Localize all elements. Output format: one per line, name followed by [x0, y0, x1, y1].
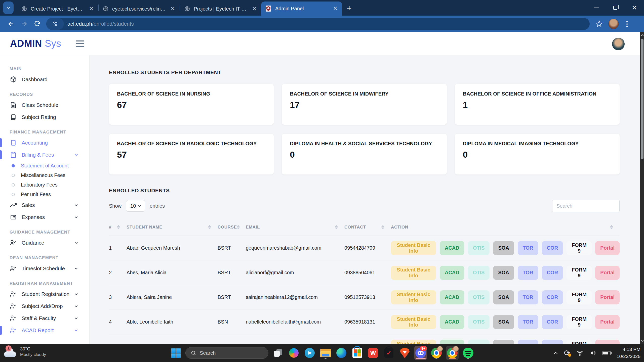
- form9-button[interactable]: FORM 9: [567, 340, 592, 344]
- student-basic-info-button[interactable]: Student Basic Info: [391, 340, 436, 344]
- sidebar-item-dashboard[interactable]: Dashboard: [0, 73, 89, 85]
- browser-menu-button[interactable]: [624, 20, 630, 28]
- sidebar-item-timeslot-schedule[interactable]: Timeslot Schedule: [0, 262, 89, 275]
- acad-button[interactable]: ACAD: [440, 315, 464, 329]
- form9-button[interactable]: FORM 9: [567, 315, 592, 329]
- site-settings-button[interactable]: [46, 18, 64, 30]
- file-explorer-button[interactable]: [319, 346, 332, 360]
- start-button[interactable]: [170, 346, 182, 360]
- acad-button[interactable]: ACAD: [440, 340, 464, 344]
- student-basic-info-button[interactable]: Student Basic Info: [391, 266, 436, 280]
- sidebar-subitem-laboratory-fees[interactable]: Laboratory Fees: [0, 180, 89, 190]
- column-header-num[interactable]: #: [109, 225, 127, 230]
- table-search-input[interactable]: [552, 200, 620, 212]
- page-size-select[interactable]: 10: [126, 200, 145, 212]
- acad-button[interactable]: ACAD: [440, 290, 464, 304]
- portal-button[interactable]: Portal: [595, 241, 620, 255]
- sidebar-subitem-statement-of-account[interactable]: Statement of Account: [0, 161, 89, 170]
- brave-button[interactable]: [398, 346, 411, 360]
- taskbar-search[interactable]: Search: [185, 347, 268, 359]
- sidebar-subitem-per-unit-fees[interactable]: Per unit Fees: [0, 190, 89, 199]
- sidebar-item-subject-rating[interactable]: Subject Rating: [0, 111, 89, 123]
- otis-button[interactable]: OTIS: [468, 290, 490, 304]
- portal-button[interactable]: Portal: [595, 315, 620, 329]
- spotify-button[interactable]: [462, 346, 474, 360]
- password-lock-button[interactable]: ✓: [383, 346, 395, 360]
- otis-button[interactable]: OTIS: [468, 266, 490, 280]
- cor-button[interactable]: COR: [542, 315, 563, 329]
- soa-button[interactable]: SOA: [493, 241, 514, 255]
- close-icon[interactable]: ✕: [332, 5, 339, 12]
- copilot-button[interactable]: [288, 346, 300, 360]
- column-header-action[interactable]: ACTION: [391, 225, 620, 230]
- form9-button[interactable]: FORM 9: [567, 290, 592, 304]
- column-header-name[interactable]: STUDENT NAME: [127, 225, 218, 230]
- wps-office-button[interactable]: W: [367, 346, 379, 360]
- browser-tab-1[interactable]: Create Project - Eyetech Admin ✕: [17, 2, 98, 16]
- column-header-contact[interactable]: CONTACT: [344, 225, 391, 230]
- cor-button[interactable]: COR: [542, 266, 563, 280]
- portal-button[interactable]: Portal: [595, 290, 620, 304]
- scroll-up-button[interactable]: [640, 32, 644, 38]
- telegram-button[interactable]: [303, 346, 316, 360]
- user-avatar[interactable]: [612, 38, 625, 50]
- column-header-email[interactable]: EMAIL: [246, 225, 344, 230]
- forward-button[interactable]: [18, 17, 31, 30]
- edge-button[interactable]: [335, 346, 348, 360]
- sidebar-item-class-schedule[interactable]: Class Schedule: [0, 99, 89, 111]
- close-window-button[interactable]: ✕: [625, 0, 644, 16]
- chrome-profile1-button[interactable]: [430, 346, 443, 360]
- soa-button[interactable]: SOA: [493, 340, 514, 344]
- tor-button[interactable]: TOR: [518, 266, 538, 280]
- otis-button[interactable]: OTIS: [468, 340, 490, 344]
- sidebar-item-billing-fees[interactable]: Billing & Fees: [0, 149, 89, 161]
- update-pending-button[interactable]: ⟳: [564, 349, 570, 357]
- acad-button[interactable]: ACAD: [440, 241, 464, 255]
- acad-button[interactable]: ACAD: [440, 266, 464, 280]
- sidebar-item-expenses[interactable]: Expenses: [0, 211, 89, 223]
- bookmark-star-icon[interactable]: [596, 20, 603, 27]
- cor-button[interactable]: COR: [542, 340, 563, 344]
- portal-button[interactable]: Portal: [595, 266, 620, 280]
- battery-button[interactable]: [602, 351, 611, 355]
- column-header-course[interactable]: COURSE: [218, 225, 246, 230]
- back-button[interactable]: [5, 17, 18, 30]
- tor-button[interactable]: TOR: [518, 290, 538, 304]
- clock-widget[interactable]: 4:13 PM 10/23/2025: [617, 346, 640, 360]
- sidebar-item-sales[interactable]: Sales: [0, 199, 89, 211]
- cor-button[interactable]: COR: [542, 290, 563, 304]
- scroll-down-button[interactable]: [640, 338, 644, 344]
- sidebar-subitem-miscellaneous-fees[interactable]: Miscellaneous Fees: [0, 170, 89, 180]
- student-basic-info-button[interactable]: Student Basic Info: [391, 315, 436, 329]
- browser-tab-3[interactable]: Projects | Eyetech IT Solutions ✕: [180, 2, 261, 16]
- new-tab-button[interactable]: +: [347, 3, 352, 13]
- sidebar-toggle-button[interactable]: [76, 40, 84, 47]
- close-icon[interactable]: ✕: [88, 6, 95, 12]
- cor-button[interactable]: COR: [542, 241, 563, 255]
- ms-store-button[interactable]: [351, 346, 364, 360]
- sidebar-item-acad-report[interactable]: ACAD Report: [0, 324, 89, 336]
- scrollbar-thumb[interactable]: [641, 39, 643, 159]
- chrome-profile2-button[interactable]: [446, 346, 459, 360]
- form9-button[interactable]: FORM 9: [567, 266, 592, 280]
- browser-tab-2[interactable]: eyetech.services/relink_storage... ✕: [99, 2, 180, 16]
- task-view-button[interactable]: [272, 346, 284, 360]
- otis-button[interactable]: OTIS: [468, 241, 490, 255]
- close-icon[interactable]: ✕: [170, 6, 176, 12]
- tor-button[interactable]: TOR: [518, 340, 538, 344]
- sidebar-item-guidance[interactable]: Guidance: [0, 237, 89, 249]
- browser-tab-active[interactable]: Admin Panel ✕: [261, 2, 342, 16]
- sidebar-item-staff-faculty[interactable]: Staff & Faculty: [0, 312, 89, 324]
- maximize-button[interactable]: [606, 0, 625, 16]
- tab-search-button[interactable]: [3, 2, 14, 14]
- minimize-button[interactable]: [587, 0, 606, 16]
- browser-profile-avatar[interactable]: [608, 19, 619, 29]
- volume-button[interactable]: [589, 350, 596, 356]
- form9-button[interactable]: FORM 9: [567, 241, 592, 255]
- sidebar-item-student-registration[interactable]: Student Registration: [0, 288, 89, 300]
- reload-button[interactable]: [31, 17, 44, 30]
- discord-button[interactable]: 9+: [414, 346, 427, 360]
- sidebar-item-accounting[interactable]: Accounting: [0, 137, 89, 149]
- wifi-button[interactable]: [576, 350, 583, 356]
- student-basic-info-button[interactable]: Student Basic Info: [391, 290, 436, 304]
